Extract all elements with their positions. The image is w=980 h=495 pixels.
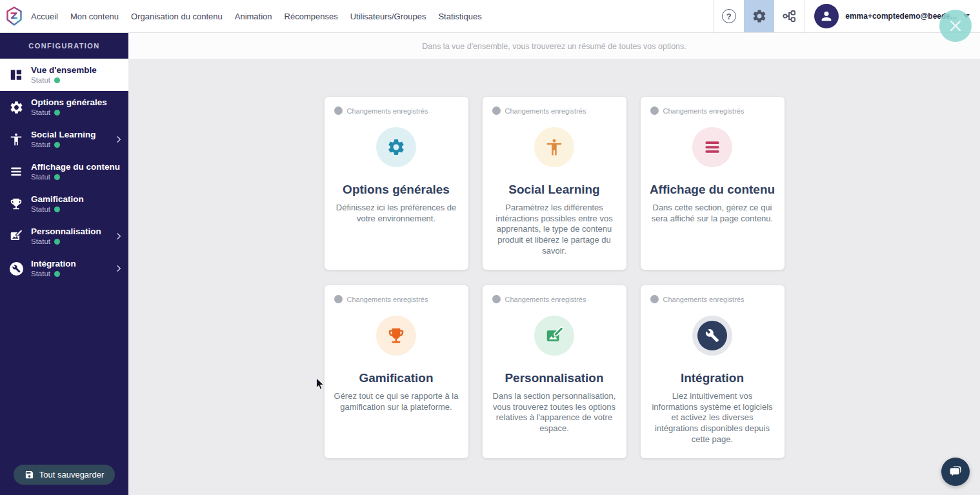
sidebar-item-personnalisation[interactable]: Personnalisation Statut [0,220,128,252]
wrench-icon [697,321,727,350]
wrench-icon [8,261,25,276]
trophy-icon [8,197,25,211]
chat-bubble-icon [948,464,963,480]
sidebar-item-social-learning[interactable]: Social Learning Statut [0,123,128,156]
status-dot [54,110,60,116]
sidebar-item-label: Options générales [31,97,107,108]
person-icon [534,127,574,167]
help-icon: ? [722,9,736,23]
status-label: Statut [31,270,50,278]
top-navigation: Accueil Mon contenu Organisation du cont… [0,0,980,33]
image-edit-icon [534,316,574,356]
gear-icon [376,127,416,167]
saved-changes-badge: Changements enregistrés [483,285,626,303]
card-title: Social Learning [483,183,626,197]
card-integration[interactable]: Changements enregistrés Intégration Liez… [641,285,785,458]
configuration-sidebar: CONFIGURATION Vue d'ensemble Statut Opti… [0,33,128,495]
menu-item-utilisateurs[interactable]: Utilisateurs/Groupes [350,12,426,21]
card-title: Gamification [325,371,468,385]
sidebar-item-options-generales[interactable]: Options générales Statut [0,91,128,123]
saved-badge-label: Changements enregistrés [505,107,586,115]
hierarchy-button[interactable] [774,0,805,32]
sidebar-item-vue-densemble[interactable]: Vue d'ensemble Statut [0,59,128,91]
wrench-icon-circle [692,316,732,356]
card-description: Liez intuitivement vos informations syst… [641,391,785,445]
card-description: Dans cette section, gérez ce qui sera af… [641,203,785,224]
chevron-right-icon [114,264,123,273]
status-label: Statut [31,141,50,149]
status-dot [54,142,60,148]
saved-changes-badge: Changements enregistrés [483,97,626,115]
sidebar-item-label: Gamification [31,194,84,205]
dashboard-icon [8,68,25,82]
sidebar-item-label: Intégration [31,259,76,269]
saved-dot-icon [334,295,343,303]
main-content: Dans la vue d'ensemble, vous trouverez u… [128,33,980,495]
card-title: Intégration [641,371,785,385]
card-description: Définissez ici les préférences de votre … [325,203,468,224]
main-menu: Accueil Mon contenu Organisation du cont… [31,12,482,21]
trophy-icon [376,316,416,356]
info-banner: Dans la vue d'ensemble, vous trouverez u… [128,33,980,60]
saved-badge-label: Changements enregistrés [347,107,428,115]
settings-button[interactable] [744,0,774,32]
saved-changes-badge: Changements enregistrés [325,97,468,115]
gear-icon [752,8,767,24]
image-edit-icon [8,229,25,243]
status-label: Statut [31,237,50,246]
saved-dot-icon [334,106,343,115]
sidebar-item-gamification[interactable]: Gamification Statut [0,188,128,220]
saved-badge-label: Changements enregistrés [663,296,745,303]
saved-dot-icon [650,295,659,303]
hierarchy-icon [782,8,797,24]
person-icon [8,132,25,146]
chevron-right-icon [114,232,123,241]
status-dot [54,239,60,245]
chevron-right-icon [114,135,123,144]
save-all-button[interactable]: Tout sauvegarder [14,465,115,485]
saved-dot-icon [492,106,501,115]
sidebar-item-affichage-du-contenu[interactable]: Affichage du contenu Statut [0,156,128,188]
card-affichage-du-contenu[interactable]: Changements enregistrés Affichage du con… [641,97,785,270]
sidebar-item-integration[interactable]: Intégration Statut [0,252,128,285]
card-title: Options générales [325,183,468,197]
status-label: Statut [31,76,50,85]
chat-widget-button[interactable] [941,458,970,486]
save-icon [25,470,34,480]
help-button[interactable]: ? [714,0,744,32]
gear-icon [8,100,25,115]
save-all-label: Tout sauvegarder [39,470,104,480]
menu-item-mon-contenu[interactable]: Mon contenu [70,12,119,21]
card-social-learning[interactable]: Changements enregistrés Social Learning … [483,97,626,270]
close-icon [948,18,963,34]
menu-lines-icon [692,127,732,167]
saved-badge-label: Changements enregistrés [347,296,428,303]
card-description: Gérez tout ce qui se rapporte à la gamif… [325,391,468,412]
saved-changes-badge: Changements enregistrés [325,285,468,303]
card-personnalisation[interactable]: Changements enregistrés Personnalisation… [483,285,626,458]
sidebar-item-label: Personnalisation [31,227,101,237]
config-cards-grid: Changements enregistrés Options générale… [325,97,785,458]
card-title: Affichage du contenu [641,183,785,197]
sidebar-item-label: Affichage du contenu [31,162,120,172]
status-label: Statut [31,205,50,214]
menu-item-statistiques[interactable]: Statistiques [438,12,481,21]
logo-hexagon-icon [3,5,25,27]
info-banner-text: Dans la vue d'ensemble, vous trouverez u… [422,42,686,51]
menu-item-accueil[interactable]: Accueil [31,12,58,21]
status-dot [54,207,60,212]
close-overlay-button[interactable] [939,10,972,42]
menu-item-organisation[interactable]: Organisation du contenu [131,12,223,21]
user-avatar-icon [819,9,834,23]
sidebar-header: CONFIGURATION [0,33,128,59]
saved-dot-icon [650,106,659,115]
saved-changes-badge: Changements enregistrés [641,97,785,115]
app-logo[interactable] [0,5,28,27]
sidebar-item-label: Vue d'ensemble [31,65,97,76]
avatar [814,4,839,28]
sidebar-item-label: Social Learning [31,130,96,140]
menu-item-recompenses[interactable]: Récompenses [285,12,338,21]
menu-item-animation[interactable]: Animation [235,12,272,21]
card-options-generales[interactable]: Changements enregistrés Options générale… [325,97,468,270]
card-gamification[interactable]: Changements enregistrés Gamification Gér… [325,285,468,458]
